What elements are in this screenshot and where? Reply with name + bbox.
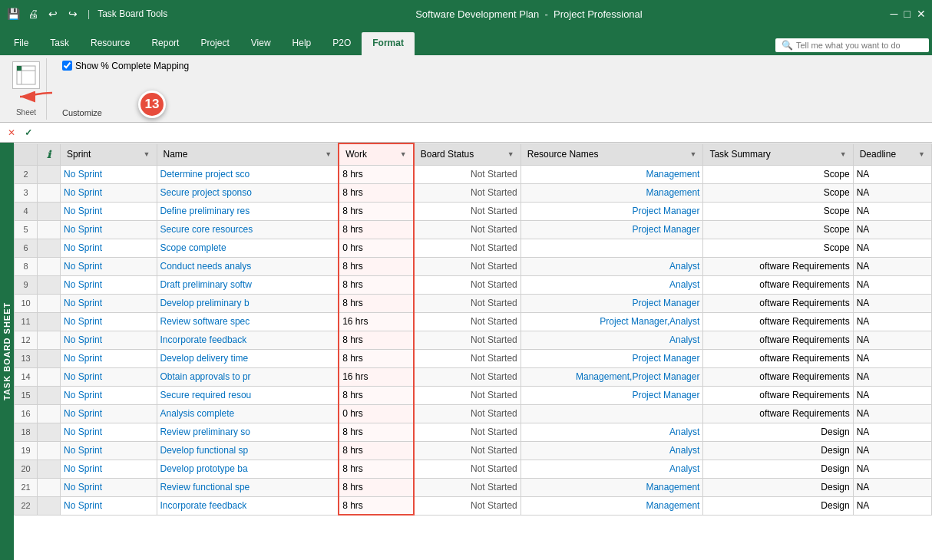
col-header-resource-names[interactable]: Resource Names▼: [521, 143, 703, 165]
resource-names-filter-arrow[interactable]: ▼: [690, 150, 697, 158]
undo-icon[interactable]: ↩: [46, 7, 60, 21]
row-deadline[interactable]: NA: [853, 275, 931, 294]
row-resource-names[interactable]: Project Manager,Analyst: [521, 312, 703, 331]
tab-help[interactable]: Help: [282, 32, 322, 55]
row-name[interactable]: Review functional spe: [157, 478, 339, 496]
row-work[interactable]: 8 hrs: [339, 441, 414, 460]
row-board-status[interactable]: Not Started: [414, 275, 521, 294]
row-deadline[interactable]: NA: [853, 257, 931, 275]
row-board-status[interactable]: Not Started: [414, 349, 521, 367]
row-work[interactable]: 8 hrs: [339, 349, 414, 367]
row-name[interactable]: Secure core resources: [157, 220, 339, 239]
row-deadline[interactable]: NA: [853, 386, 931, 404]
row-work[interactable]: 8 hrs: [339, 165, 414, 183]
row-deadline[interactable]: NA: [853, 239, 931, 257]
row-work[interactable]: 0 hrs: [339, 404, 414, 423]
row-board-status[interactable]: Not Started: [414, 478, 521, 496]
col-header-name[interactable]: Name▼: [157, 143, 339, 165]
row-resource-names[interactable]: Analyst: [521, 257, 703, 275]
row-name[interactable]: Review software spec: [157, 312, 339, 331]
row-name[interactable]: Develop delivery time: [157, 349, 339, 367]
tab-format[interactable]: Format: [362, 32, 415, 55]
row-name[interactable]: Review preliminary so: [157, 423, 339, 441]
row-name[interactable]: Incorporate feedback: [157, 496, 339, 515]
row-resource-names[interactable]: Analyst: [521, 331, 703, 349]
row-name[interactable]: Develop functional sp: [157, 441, 339, 460]
row-deadline[interactable]: NA: [853, 183, 931, 202]
row-work[interactable]: 8 hrs: [339, 331, 414, 349]
row-resource-names[interactable]: Management,Project Manager: [521, 367, 703, 386]
row-board-status[interactable]: Not Started: [414, 257, 521, 275]
row-work[interactable]: 8 hrs: [339, 386, 414, 404]
save-icon[interactable]: 💾: [6, 7, 20, 21]
row-resource-names[interactable]: [521, 404, 703, 423]
show-complete-mapping-checkbox[interactable]: [62, 61, 72, 71]
name-filter-arrow[interactable]: ▼: [325, 150, 332, 158]
row-work[interactable]: 8 hrs: [339, 257, 414, 275]
row-task-summary[interactable]: oftware Requirements: [703, 257, 853, 275]
row-task-summary[interactable]: Design: [703, 441, 853, 460]
row-deadline[interactable]: NA: [853, 294, 931, 312]
row-deadline[interactable]: NA: [853, 478, 931, 496]
row-deadline[interactable]: NA: [853, 441, 931, 460]
row-board-status[interactable]: Not Started: [414, 165, 521, 183]
tab-project[interactable]: Project: [190, 32, 240, 55]
row-work[interactable]: 8 hrs: [339, 478, 414, 496]
tab-view[interactable]: View: [240, 32, 282, 55]
maximize-icon[interactable]: □: [904, 8, 911, 20]
col-header-work[interactable]: Work▼: [339, 143, 414, 165]
row-resource-names[interactable]: Analyst: [521, 275, 703, 294]
row-sprint[interactable]: No Sprint: [61, 257, 157, 275]
row-name[interactable]: Draft preliminary softw: [157, 275, 339, 294]
row-task-summary[interactable]: oftware Requirements: [703, 404, 853, 423]
deadline-filter-arrow[interactable]: ▼: [918, 150, 925, 158]
row-sprint[interactable]: No Sprint: [61, 460, 157, 478]
work-filter-arrow[interactable]: ▼: [400, 150, 407, 158]
row-sprint[interactable]: No Sprint: [61, 441, 157, 460]
row-sprint[interactable]: No Sprint: [61, 349, 157, 367]
redo-icon[interactable]: ↪: [66, 7, 80, 21]
row-board-status[interactable]: Not Started: [414, 239, 521, 257]
row-work[interactable]: 8 hrs: [339, 460, 414, 478]
row-task-summary[interactable]: Design: [703, 478, 853, 496]
row-name[interactable]: Scope complete: [157, 239, 339, 257]
confirm-formula-button[interactable]: ✓: [21, 126, 35, 140]
row-task-summary[interactable]: oftware Requirements: [703, 386, 853, 404]
col-header-task-summary[interactable]: Task Summary▼: [703, 143, 853, 165]
row-task-summary[interactable]: oftware Requirements: [703, 367, 853, 386]
row-name[interactable]: Incorporate feedback: [157, 331, 339, 349]
row-resource-names[interactable]: Project Manager: [521, 349, 703, 367]
sprint-filter-arrow[interactable]: ▼: [144, 150, 150, 158]
row-task-summary[interactable]: oftware Requirements: [703, 331, 853, 349]
row-board-status[interactable]: Not Started: [414, 220, 521, 239]
row-board-status[interactable]: Not Started: [414, 331, 521, 349]
print-icon[interactable]: 🖨: [26, 7, 40, 21]
row-board-status[interactable]: Not Started: [414, 386, 521, 404]
row-sprint[interactable]: No Sprint: [61, 478, 157, 496]
row-task-summary[interactable]: oftware Requirements: [703, 312, 853, 331]
search-input[interactable]: [796, 41, 919, 50]
row-sprint[interactable]: No Sprint: [61, 165, 157, 183]
row-name[interactable]: Analysis complete: [157, 404, 339, 423]
row-name[interactable]: Secure required resou: [157, 386, 339, 404]
row-task-summary[interactable]: Scope: [703, 202, 853, 220]
row-deadline[interactable]: NA: [853, 367, 931, 386]
col-header-sprint[interactable]: Sprint▼: [61, 143, 157, 165]
task-summary-filter-arrow[interactable]: ▼: [840, 150, 847, 158]
row-sprint[interactable]: No Sprint: [61, 294, 157, 312]
row-board-status[interactable]: Not Started: [414, 404, 521, 423]
row-work[interactable]: 8 hrs: [339, 275, 414, 294]
tab-resource[interactable]: Resource: [80, 32, 140, 55]
minimize-icon[interactable]: ─: [891, 8, 898, 20]
row-task-summary[interactable]: Scope: [703, 165, 853, 183]
row-task-summary[interactable]: Scope: [703, 220, 853, 239]
row-board-status[interactable]: Not Started: [414, 441, 521, 460]
row-deadline[interactable]: NA: [853, 423, 931, 441]
row-work[interactable]: 16 hrs: [339, 367, 414, 386]
row-resource-names[interactable]: [521, 239, 703, 257]
row-resource-names[interactable]: Project Manager: [521, 294, 703, 312]
show-complete-mapping-label[interactable]: Show % Complete Mapping: [75, 61, 189, 71]
row-task-summary[interactable]: Design: [703, 423, 853, 441]
row-resource-names[interactable]: Management: [521, 496, 703, 515]
row-name[interactable]: Define preliminary res: [157, 202, 339, 220]
